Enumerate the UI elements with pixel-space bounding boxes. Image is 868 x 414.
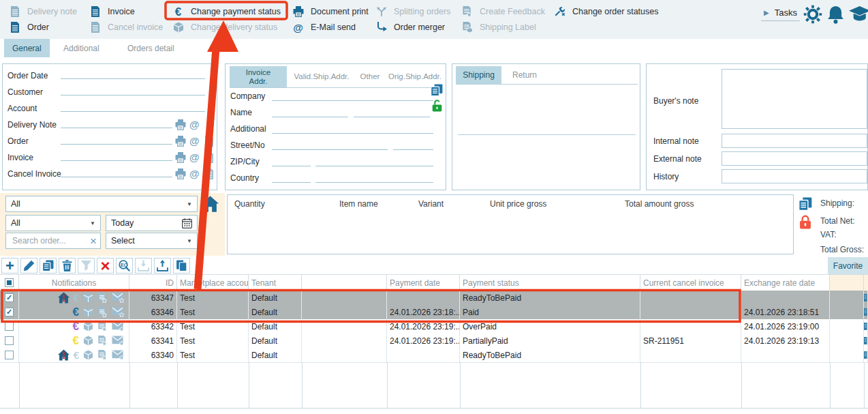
address-field-input-name-2[interactable] [354,105,430,117]
toolbar-button-order-merger[interactable]: Order merger [375,20,445,34]
address-field-input-company[interactable] [272,89,433,101]
printer-icon[interactable] [175,136,186,147]
items-column-total-amount-gross[interactable]: Total amount gross [625,199,694,209]
toolbar-button-splitting-orders[interactable]: Splitting orders [375,5,450,18]
address-field-input-country[interactable] [272,171,311,183]
printer-icon[interactable] [175,152,186,163]
date-filter-dropdown[interactable]: Today [106,215,198,231]
row-checkbox[interactable] [5,336,14,345]
tab-favorite[interactable]: Favorite [828,257,868,274]
status-filter-dropdown[interactable]: All ▼ [5,215,101,231]
toolbar-button-shipping-label[interactable]: Shipping Label [461,20,536,34]
address-tab-other[interactable]: Other [356,70,384,83]
address-field-input-name[interactable] [272,105,348,117]
history-input[interactable] [722,169,867,183]
order-row-63341[interactable]: €63341TestDefault24.01.2026 23:19:...Par… [0,334,868,349]
column-header-current-cancel-invoice[interactable]: Current cancel invoice [640,275,741,291]
address-field-input-street-no-2[interactable] [393,138,433,150]
toolbar-button-document-print[interactable]: Document print [292,5,369,18]
home-icon[interactable] [202,196,219,212]
order-row-63347[interactable]: ✓€63347TestDefaultReadyToBePaid [0,291,868,306]
row-checkbox[interactable] [5,322,14,331]
field-input-customer[interactable] [61,83,205,95]
gear-icon[interactable] [803,5,822,24]
delete-button[interactable] [59,258,76,273]
filter-button[interactable] [78,258,95,273]
at-icon[interactable]: @ [189,168,200,179]
toolbar-button-invoice[interactable]: Invoice [89,5,135,18]
items-column-unit-price-gross[interactable]: Unit price gross [490,199,546,209]
items-column-variant[interactable]: Variant [418,199,444,209]
field-input-account[interactable] [61,100,205,112]
field-input-delivery-note[interactable] [61,116,172,128]
row-checkbox[interactable]: ✓ [5,293,14,302]
toolbar-button-change-order-statuses[interactable]: Change order statuses [553,5,658,18]
edit-button[interactable] [20,258,37,273]
graduation-cap-icon[interactable] [849,6,868,23]
column-header-payment-status[interactable]: Payment status [460,275,640,291]
copy-button[interactable] [40,258,57,273]
column-header-blank[interactable] [0,275,19,291]
items-column-item-name[interactable]: Item name [339,199,378,209]
column-header-tenant[interactable]: Tenant [249,275,302,291]
order-row-63346[interactable]: ✓€63346TestDefault24.01.2026 23:18:...Pa… [0,305,868,320]
action-select-dropdown[interactable]: Select ▼ [106,233,198,249]
column-header-blank[interactable] [830,275,864,291]
clear-search-icon[interactable]: × [90,235,97,247]
internal-note-input[interactable] [722,134,867,148]
printer-icon[interactable] [175,168,186,179]
shipping-tab-return[interactable]: Return [506,68,544,82]
external-note-input[interactable] [722,151,867,166]
address-field-input-additional[interactable] [272,121,433,134]
tab-general[interactable]: General [4,39,50,57]
tasks-button[interactable]: ▶ Tasks [761,8,800,21]
column-header-id[interactable]: ID [129,275,177,291]
order-type-filter-dropdown[interactable]: All ▼ [5,196,198,212]
at-icon[interactable]: @ [189,136,200,146]
search-eq-button[interactable]: EQ [116,258,133,273]
export-button[interactable] [154,258,171,273]
order-row-63342[interactable]: €63342TestDefault24.01.2026 23:19:...Ove… [0,319,868,334]
at-icon[interactable]: @ [189,119,200,130]
import-button[interactable] [135,258,152,273]
buyers-note-textarea[interactable] [722,69,867,129]
address-field-input-zip-city-2[interactable] [315,154,433,166]
copy-document-icon[interactable] [431,84,443,96]
document-icon[interactable] [204,136,215,147]
bell-icon[interactable] [827,5,844,24]
add-button[interactable]: + [1,258,18,273]
field-input-order[interactable] [61,132,172,145]
address-field-input-country-2[interactable] [315,171,433,183]
document-icon[interactable] [204,152,215,163]
toolbar-button-change-payment-status[interactable]: €Change payment status [172,5,281,18]
column-header-blank[interactable] [302,275,387,291]
column-header-marketplace-account[interactable]: Marketplace account [177,275,249,291]
shipping-tab-shipping[interactable]: Shipping [456,66,501,84]
unlock-icon[interactable] [432,100,442,112]
toolbar-button-delivery-note[interactable]: Delivery note [8,5,77,18]
order-row-63340[interactable]: €63340TestDefaultReadyToBePaid [0,348,868,363]
items-column-quantity[interactable]: Quantity [234,199,265,209]
address-tab-valid-ship-addr[interactable]: Valid.Ship.Addr. [290,70,353,83]
toolbar-button-order[interactable]: Order [8,20,49,34]
printer-icon[interactable] [175,119,186,130]
column-header-payment-date[interactable]: Payment date [387,275,460,291]
at-icon[interactable]: @ [189,152,200,162]
select-all-checkbox[interactable] [5,278,14,287]
address-field-input-zip-city[interactable] [272,154,311,166]
column-header-exchange-rate-date[interactable]: Exchange rate date [741,275,830,291]
document-icon[interactable] [204,168,215,179]
field-input-invoice[interactable] [61,149,172,161]
toolbar-button-create-feedback[interactable]: Create Feedback [461,5,545,18]
row-checkbox[interactable]: ✓ [5,308,14,316]
remove-x-button[interactable]: × [97,258,114,273]
column-header-notifications[interactable]: Notifications [19,275,129,291]
toolbar-button-e-mail-send[interactable]: @E-Mail send [292,20,356,34]
field-input-cancel-invoice[interactable] [61,165,172,177]
address-field-input-street-no[interactable] [272,138,388,150]
toolbar-button-change-delivery-status[interactable]: Change delivery status [172,20,277,34]
field-input-order-date[interactable] [61,67,205,79]
address-tab-invoice-addr[interactable]: Invoice Addr. [230,66,287,87]
row-checkbox[interactable] [5,351,14,359]
column-header-blank[interactable] [864,275,868,291]
